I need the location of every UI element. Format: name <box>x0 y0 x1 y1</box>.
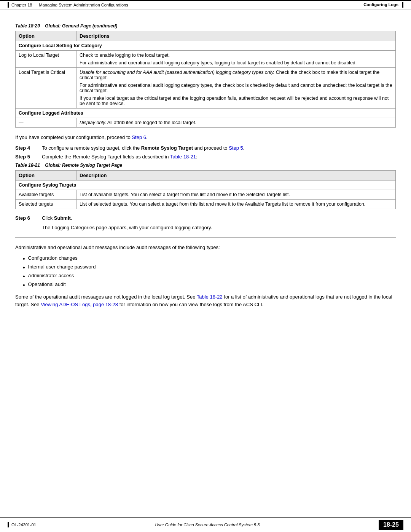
table2: Option Description Configure Syslog Targ… <box>15 170 396 209</box>
table-row: Log to Local Target Check to enable logg… <box>16 51 396 68</box>
configuring-logs-label: Configuring Logs <box>363 2 398 7</box>
table1-caption: Table 18-20 Global: General Page (contin… <box>15 23 396 29</box>
table1-caption-title: Global: General Page (continued) <box>45 23 117 29</box>
table2-caption-table: Table 18-21 <box>15 163 40 168</box>
final-para-part3: for information on how you can view thes… <box>118 302 263 307</box>
chapter-label: Chapter 18 <box>11 3 32 7</box>
list-item: Internal user change password <box>23 264 396 271</box>
proceed-para: If you have completed your configuration… <box>15 134 396 141</box>
table2-col1-header: Option <box>16 170 76 180</box>
table2-section1-header: Configure Syslog Targets <box>16 180 396 190</box>
page-header: Chapter 18 Managing System Administratio… <box>0 0 411 10</box>
bullet-list: Configuration changes Internal user chan… <box>23 255 396 289</box>
table1-section2-header-row: Configure Logged Attributes <box>16 109 396 118</box>
header-right-bar-icon <box>402 2 403 8</box>
final-para-part1: Some of the operational audit messages a… <box>15 294 197 300</box>
table1: Option Descriptions Configure Local Sett… <box>15 31 396 128</box>
bullet-item-4: Operational audit <box>28 281 66 287</box>
footer-left-bar-icon <box>8 522 9 527</box>
bullet-item-3: Administrator access <box>28 273 74 278</box>
table18-22-link[interactable]: Table 18-22 <box>197 294 223 300</box>
table1-section1-header-row: Configure Local Setting for Category <box>16 41 396 51</box>
step6-label: Step 6 <box>15 215 42 221</box>
bullet-item-1: Configuration changes <box>28 255 78 261</box>
section-divider <box>15 237 396 238</box>
table-row: — Display only. All attributes are logge… <box>16 118 396 128</box>
table1-section1-header: Configure Local Setting for Category <box>16 41 396 51</box>
bullet-item-2: Internal user change password <box>28 264 96 270</box>
table2-caption-title: Global: Remote Syslog Target Page <box>45 163 122 168</box>
table-row: Available targets List of available targ… <box>16 190 396 199</box>
table1-row2-desc-p3: If you make local target as the critical… <box>80 96 392 106</box>
table1-row1-option: Log to Local Target <box>16 51 76 68</box>
proceed-text-before: If you have completed your configuration… <box>15 134 132 140</box>
table18-21-link[interactable]: Table 18-21 <box>170 154 196 160</box>
page-footer: OL-24201-01 User Guide for Cisco Secure … <box>0 517 411 532</box>
step6-container: Step 6 Click Submit. <box>15 215 396 221</box>
table2-row2-desc: List of selected targets. You can select… <box>76 199 396 209</box>
step4-text: To configure a remote syslog target, cli… <box>42 145 396 151</box>
step5-label: Step 5 <box>15 154 42 160</box>
step4-bold: Remote Syslog Target <box>141 145 193 151</box>
table1-section2-header: Configure Logged Attributes <box>16 109 396 118</box>
step6-bold: Submit <box>54 215 71 221</box>
chapter-title: Managing System Administration Configura… <box>39 3 128 7</box>
table1-row1-desc-p1: Check to enable logging to the local tar… <box>80 53 392 58</box>
step6-followup: The Logging Categories page appears, wit… <box>42 224 396 232</box>
list-item: Administrator access <box>23 273 396 280</box>
table2-section1-header-row: Configure Syslog Targets <box>16 180 396 190</box>
step5-link[interactable]: Step 5 <box>229 145 243 151</box>
footer-page-number: 18-25 <box>379 520 403 530</box>
footer-center: User Guide for Cisco Secure Access Contr… <box>155 522 260 527</box>
table1-col1-header: Option <box>16 31 76 41</box>
header-left-bar-icon <box>8 2 9 8</box>
proceed-text-after: . <box>146 134 148 140</box>
table-row: Selected targets List of selected target… <box>16 199 396 209</box>
admin-para: Administrative and operational audit mes… <box>15 244 396 251</box>
table1-row1-desc: Check to enable logging to the local tar… <box>76 51 396 68</box>
step5-text: Complete the Remote Syslog Target fields… <box>42 154 396 160</box>
table2-caption: Table 18-21 Global: Remote Syslog Target… <box>15 163 396 168</box>
table1-row3-option: — <box>16 118 76 128</box>
step6-link[interactable]: Step 6 <box>132 134 146 140</box>
footer-doc-id: OL-24201-01 <box>11 522 36 527</box>
table1-row2-desc-p1: Usable for accounting and for AAA audit … <box>80 70 392 80</box>
table1-row1-desc-p2: For administrative and operational audit… <box>80 60 392 66</box>
table2-row2-option: Selected targets <box>16 199 76 209</box>
table1-row2-desc-p2: For administrative and operational audit… <box>80 83 392 93</box>
header-left: Chapter 18 Managing System Administratio… <box>8 2 128 8</box>
table1-row2-desc: Usable for accounting and for AAA audit … <box>76 68 396 109</box>
header-right: Configuring Logs <box>363 2 403 8</box>
footer-center-text: User Guide for Cisco Secure Access Contr… <box>155 522 260 527</box>
table1-caption-table: Table 18-20 <box>15 23 40 29</box>
table-row: Local Target is Critical Usable for acco… <box>16 68 396 109</box>
step4-container: Step 4 To configure a remote syslog targ… <box>15 145 396 151</box>
final-para: Some of the operational audit messages a… <box>15 293 396 308</box>
step5-container: Step 5 Complete the Remote Syslog Target… <box>15 154 396 160</box>
list-item: Operational audit <box>23 281 396 289</box>
step6-text: Click Submit. <box>42 215 396 221</box>
table1-row2-option: Local Target is Critical <box>16 68 76 109</box>
main-content: Table 18-20 Global: General Page (contin… <box>0 10 411 335</box>
footer-left: OL-24201-01 <box>8 522 36 527</box>
table2-col2-header: Description <box>76 170 396 180</box>
ade-os-logs-link[interactable]: Viewing ADE-OS Logs, page 18-28 <box>41 302 118 307</box>
table2-row1-option: Available targets <box>16 190 76 199</box>
list-item: Configuration changes <box>23 255 396 262</box>
step4-label: Step 4 <box>15 145 42 151</box>
table2-row1-desc: List of available targets. You can selec… <box>76 190 396 199</box>
table1-row3-desc: Display only. All attributes are logged … <box>76 118 396 128</box>
table1-col2-header: Descriptions <box>76 31 396 41</box>
